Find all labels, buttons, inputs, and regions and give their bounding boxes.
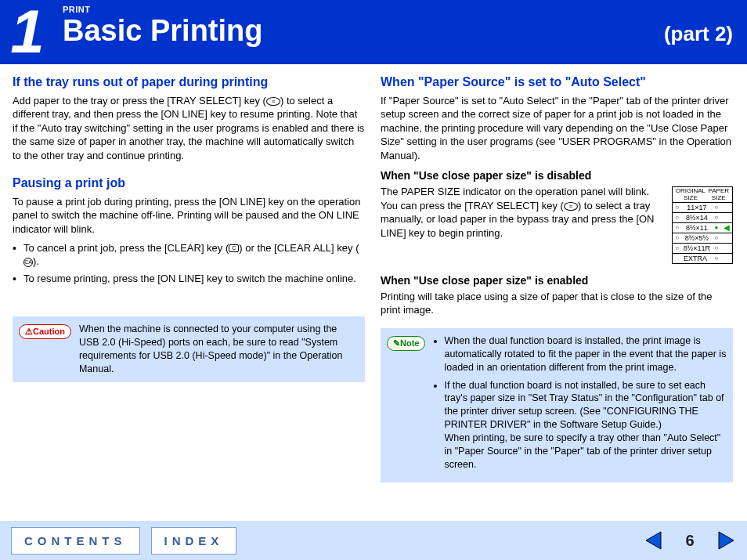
contents-button[interactable]: CONTENTS [11,527,140,555]
caution-text: When the machine is connected to your co… [79,323,359,376]
heading-disabled: When "Use close paper size" is disabled [381,168,733,183]
fig-row-label: 8½×11 [682,223,712,233]
fig-head-left: ORIGINAL SIZE [676,188,706,201]
para-tray-runs-out: Add paper to the tray or press the [TRAY… [13,94,365,163]
header-text: PRINT Basic Printing (part 2) [55,0,747,64]
caution-tag: ⚠Caution [19,324,71,339]
fig-row-label: EXTRA [682,254,712,263]
fig-row-label: 11×17 [682,203,712,212]
footer-nav: CONTENTS INDEX 6 [0,521,747,560]
list-item: When the dual function board is installe… [433,334,727,374]
clear-all-key-icon: CA [23,258,33,267]
caution-label: Caution [33,327,65,336]
tray-select-key-icon: ≡ [266,97,280,106]
heading-tray-runs-out: If the tray runs out of paper during pri… [13,74,365,91]
heading-enabled: When "Use close paper size" is enabled [381,273,733,288]
bullet-list-pausing: To cancel a print job, press the [CLEAR]… [13,241,365,286]
note-bullet-list: When the dual function board is installe… [433,334,727,471]
fig-row-label: 8½×5½ [682,233,712,243]
body-columns: If the tray runs out of paper during pri… [0,64,747,482]
text-fragment: When printing, be sure to specify a tray… [444,432,720,470]
list-item: To cancel a print job, press the [CLEAR]… [13,241,365,269]
page-number: 6 [675,532,705,550]
list-item: If the dual function board is not instal… [433,379,727,471]
right-column: When "Paper Source" is set to "Auto Sele… [381,74,733,482]
fig-row-label: 8½×11R [682,244,712,253]
fig-row-label: 8½×14 [682,213,712,222]
svg-marker-0 [646,532,661,549]
clear-key-icon: C [229,244,239,252]
svg-marker-1 [719,532,734,549]
text-fragment: Add paper to the tray or press the [TRAY… [13,95,266,107]
next-page-icon[interactable] [716,530,736,551]
part-label: (part 2) [664,22,739,46]
page-header: 1 PRINT Basic Printing (part 2) [0,0,747,64]
chapter-number: 1 [0,0,55,64]
section-label: PRINT [63,5,739,14]
fig-head-right: PAPER SIZE [708,188,729,201]
heading-pausing: Pausing a print job [13,175,365,192]
text-fragment: ). [33,255,39,267]
page-title: Basic Printing [63,14,263,48]
note-label: Note [400,338,419,348]
para-enabled: Printing will take place using a size of… [381,290,733,317]
blink-arrow-icon: ◀ [724,223,730,232]
heading-auto-select: When "Paper Source" is set to "Auto Sele… [381,74,733,91]
list-item: To resume printing, press the [ON LINE] … [13,272,365,286]
index-button[interactable]: INDEX [151,527,237,555]
text-fragment: If the dual function board is not instal… [444,380,724,431]
note-tag: ✎Note [387,336,425,351]
para-pausing: To pause a print job during printing, pr… [13,195,365,237]
para-auto-select: If "Paper Source" is set to "Auto Select… [381,94,733,163]
tray-select-key-icon: ≡ [564,202,578,211]
left-column: If the tray runs out of paper during pri… [13,74,365,482]
caution-box: ⚠Caution When the machine is connected t… [13,316,365,382]
text-fragment: ) or the [CLEAR ALL] key ( [239,242,359,254]
prev-page-icon[interactable] [644,530,664,551]
text-fragment: To cancel a print job, press the [CLEAR]… [23,242,229,254]
paper-size-indicator-figure: ORIGINAL SIZE PAPER SIZE ○11×17○ ○8½×14○… [672,186,733,264]
note-box: ✎Note When the dual function board is in… [381,328,733,482]
